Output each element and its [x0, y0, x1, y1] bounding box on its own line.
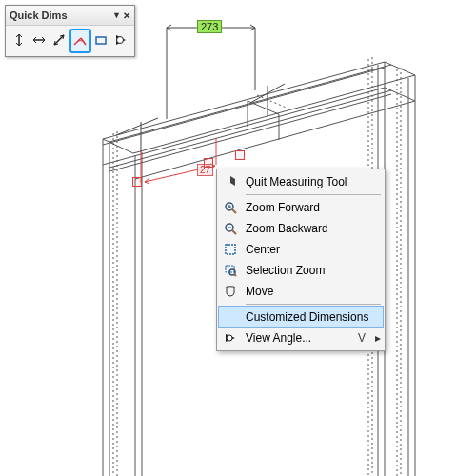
toolbar-titlebar[interactable]: Quick Dims ▼ ✕ [6, 6, 134, 26]
dim-view-button[interactable] [111, 29, 131, 51]
svg-line-9 [109, 65, 391, 142]
toolbar-close-icon[interactable]: ✕ [123, 10, 130, 21]
menu-label: Center [242, 243, 383, 256]
move-icon [219, 281, 242, 302]
menu-label: View Angle... [242, 331, 358, 345]
menu-label: Selection Zoom [242, 264, 383, 277]
toolbar-dropdown-icon[interactable]: ▼ [112, 10, 121, 21]
menu-center[interactable]: Center [219, 239, 383, 260]
menu-label: Customized Dimensions [242, 310, 383, 324]
submenu-arrow-icon: ▸ [373, 331, 383, 345]
quit-icon [219, 171, 242, 192]
svg-point-45 [117, 37, 124, 44]
dim-vert-button[interactable] [9, 29, 29, 51]
menu-label: Zoom Forward [242, 201, 383, 214]
menu-selection-zoom[interactable]: Selection Zoom [219, 260, 383, 281]
svg-line-51 [232, 230, 236, 234]
menu-shortcut: V [358, 331, 373, 345]
zoom-in-icon [219, 197, 242, 218]
menu-customized-dimensions[interactable]: Customized Dimensions [218, 306, 384, 328]
dim-horiz-button[interactable] [29, 29, 49, 51]
svg-line-30 [116, 118, 158, 135]
svg-line-13 [103, 139, 133, 153]
dim-angle-button[interactable] [69, 29, 91, 53]
svg-line-41 [54, 35, 64, 45]
menu-move[interactable]: Move [219, 281, 383, 302]
svg-line-16 [385, 88, 415, 101]
menu-view-angle[interactable]: View Angle... V ▸ [219, 327, 383, 348]
menu-quit-measuring[interactable]: Quit Measuring Tool [219, 171, 383, 192]
blank-icon [219, 307, 242, 327]
center-icon [219, 239, 242, 260]
dim-aligned-button[interactable] [49, 29, 69, 51]
quick-dims-toolbar[interactable]: Quick Dims ▼ ✕ [5, 5, 135, 57]
menu-separator [246, 304, 381, 305]
menu-label: Zoom Backward [242, 222, 383, 235]
menu-zoom-backward[interactable]: Zoom Backward [219, 218, 383, 239]
svg-point-57 [227, 335, 232, 341]
menu-label: Move [242, 285, 383, 298]
view-angle-icon [219, 327, 242, 348]
toolbar-title: Quick Dims [10, 10, 68, 21]
snap-marker-2[interactable] [204, 158, 213, 168]
svg-line-19 [248, 101, 279, 114]
svg-line-47 [232, 209, 236, 213]
menu-separator [246, 194, 381, 195]
svg-rect-53 [226, 245, 235, 254]
svg-line-56 [234, 274, 236, 276]
zoom-out-icon [219, 218, 242, 239]
dim-custom-button[interactable] [91, 29, 111, 51]
svg-rect-44 [96, 37, 106, 44]
svg-line-18 [109, 94, 391, 171]
context-menu[interactable]: Quit Measuring Tool Zoom Forward Zoom Ba… [216, 169, 386, 351]
toolbar-buttons [6, 26, 134, 56]
svg-line-11 [385, 62, 415, 75]
menu-zoom-forward[interactable]: Zoom Forward [219, 197, 383, 218]
svg-line-10 [103, 68, 385, 145]
menu-label: Quit Measuring Tool [242, 175, 383, 188]
top-dimension-label: 273 [197, 20, 222, 33]
svg-line-8 [103, 62, 385, 139]
snap-marker-3[interactable] [235, 150, 245, 160]
svg-line-12 [133, 75, 415, 153]
sel-zoom-icon [219, 260, 242, 281]
snap-marker-1[interactable] [132, 177, 142, 187]
